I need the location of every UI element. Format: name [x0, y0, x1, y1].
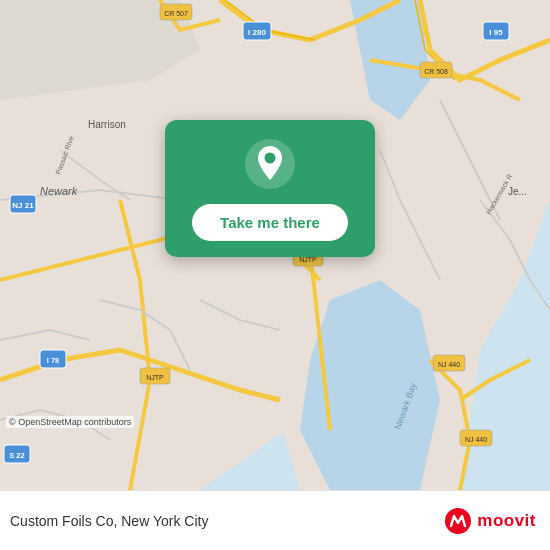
svg-text:NJ 21: NJ 21: [12, 201, 34, 210]
bottom-bar: Custom Foils Co, New York City moovit: [0, 490, 550, 550]
svg-text:NJ 440: NJ 440: [465, 436, 487, 443]
location-label: Custom Foils Co, New York City: [10, 513, 208, 529]
moovit-text: moovit: [477, 511, 536, 531]
map-pin-icon: [244, 138, 296, 190]
svg-text:NJTP: NJTP: [299, 256, 317, 263]
svg-text:CR 508: CR 508: [424, 68, 448, 75]
svg-text:S 22: S 22: [9, 451, 24, 460]
take-me-there-button[interactable]: Take me there: [192, 204, 348, 241]
svg-text:I 78: I 78: [47, 356, 60, 365]
svg-text:I 280: I 280: [248, 28, 266, 37]
svg-text:CR 507: CR 507: [164, 10, 188, 17]
moovit-logo: moovit: [444, 507, 536, 535]
svg-text:Newark: Newark: [40, 185, 78, 197]
svg-text:I 95: I 95: [489, 28, 503, 37]
svg-text:Je...: Je...: [508, 186, 527, 197]
svg-text:Harrison: Harrison: [88, 119, 126, 130]
map-container: NJ 21 I 280 I 95 CR 507 CR 508 NJTP NJTP…: [0, 0, 550, 490]
svg-point-37: [265, 153, 276, 164]
location-card: Take me there: [165, 120, 375, 257]
osm-credit: © OpenStreetMap contributors: [6, 416, 134, 428]
svg-text:NJTP: NJTP: [146, 374, 164, 381]
moovit-icon: [444, 507, 472, 535]
svg-text:NJ 440: NJ 440: [438, 361, 460, 368]
